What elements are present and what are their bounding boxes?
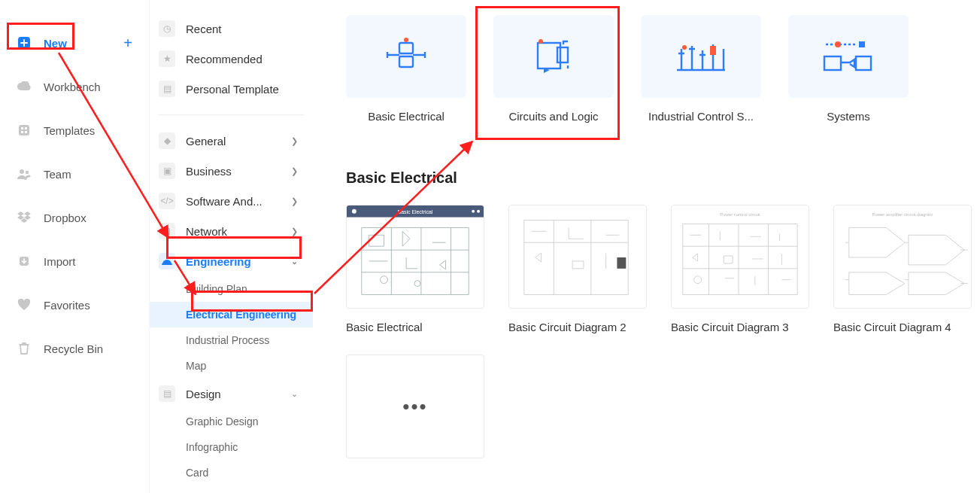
nav-item-recycle-bin[interactable]: Recycle Bin: [0, 327, 149, 370]
nav-item-favorites[interactable]: Favorites: [0, 283, 149, 327]
sub-label: Electrical Engineering: [186, 309, 296, 321]
sub-infographic[interactable]: Infographic: [150, 434, 313, 460]
nav-item-label: Workbench: [44, 81, 101, 93]
cat-business[interactable]: ▣ Business ❯: [150, 156, 313, 186]
svg-point-27: [381, 276, 388, 284]
helmet-icon: [159, 253, 175, 269]
cat-label: General: [186, 135, 226, 148]
cat-label: Engineering: [186, 255, 251, 268]
add-new-icon[interactable]: +: [123, 35, 132, 52]
svg-point-7: [26, 171, 29, 175]
svg-rect-18: [824, 56, 841, 70]
svg-point-24: [352, 209, 357, 214]
svg-rect-19: [856, 56, 871, 70]
cat-label: Recent: [186, 23, 222, 35]
grid-icon: [17, 123, 32, 138]
svg-point-31: [694, 276, 702, 284]
more-dots-icon: •••: [402, 395, 427, 418]
cat-network[interactable]: ⊞ Network ❯: [150, 216, 313, 246]
template-circuit-4[interactable]: Power amplifier circuit diagram Basic Ci…: [833, 205, 972, 333]
nav-item-label: New: [44, 37, 67, 50]
sub-building-plan[interactable]: Building Plan: [150, 276, 313, 302]
template-icon: ▤: [159, 81, 175, 97]
nav-item-team[interactable]: Team: [0, 152, 149, 196]
tag-icon: ◆: [159, 132, 175, 149]
sub-label: Graphic Design: [186, 415, 259, 428]
svg-rect-3: [25, 127, 27, 129]
svg-rect-11: [399, 56, 413, 67]
divider: [159, 114, 304, 115]
sub-label: Industrial Process: [186, 334, 269, 346]
template-thumb: [508, 205, 647, 309]
template-basic-electrical[interactable]: Basic Electrical Basic Electrical: [346, 205, 484, 333]
cat-personal-template[interactable]: ▤ Personal Template: [150, 74, 313, 104]
svg-rect-14: [557, 47, 568, 62]
svg-point-20: [835, 41, 841, 47]
cloud-icon: [17, 79, 32, 94]
nav-item-new[interactable]: New +: [0, 21, 149, 65]
industrial-control-icon: [641, 15, 761, 98]
cat-engineering[interactable]: Engineering ⌄: [150, 246, 313, 276]
cat-label: Recommended: [186, 53, 262, 65]
cat-label: Software And...: [186, 195, 262, 208]
template-thumb: Basic Electrical: [346, 205, 484, 309]
template-more[interactable]: •••: [346, 355, 484, 458]
cat-recommended[interactable]: ★ Recommended: [150, 44, 313, 74]
tile-industrial-control[interactable]: Industrial Control S...: [641, 15, 761, 123]
template-circuit-2[interactable]: Basic Circuit Diagram 2: [508, 205, 647, 333]
cat-software[interactable]: </> Software And... ❯: [150, 186, 313, 216]
svg-point-28: [414, 281, 420, 287]
main-content: Basic Electrical Circuits and Logic: [313, 0, 980, 493]
trash-icon: [17, 341, 32, 356]
code-icon: </>: [159, 193, 175, 209]
sub-map[interactable]: Map: [150, 353, 313, 379]
template-label: Basic Circuit Diagram 3: [671, 321, 809, 333]
sub-card[interactable]: Card: [150, 460, 313, 485]
sub-label: Map: [186, 360, 206, 372]
svg-point-26: [477, 210, 480, 213]
svg-text:Power amplifier circuit diagra: Power amplifier circuit diagram: [872, 212, 933, 217]
tile-circuits-logic[interactable]: Circuits and Logic: [493, 15, 614, 123]
nav-item-label: Import: [44, 255, 76, 268]
sub-uiux[interactable]: UI&UX: [150, 485, 313, 493]
cat-general[interactable]: ◆ General ❯: [150, 126, 313, 156]
tile-label: Circuits and Logic: [493, 110, 614, 123]
nav-item-label: Templates: [44, 124, 95, 137]
svg-rect-10: [399, 43, 413, 53]
template-label: Basic Circuit Diagram 2: [508, 321, 647, 333]
network-icon: ⊞: [159, 223, 175, 239]
template-label: Basic Circuit Diagram 4: [833, 321, 972, 333]
category-panel: ◷ Recent ★ Recommended ▤ Personal Templa…: [149, 0, 313, 493]
sub-industrial-process[interactable]: Industrial Process: [150, 327, 313, 353]
template-row-2: •••: [346, 355, 980, 458]
nav-item-dropbox[interactable]: Dropbox: [0, 196, 149, 239]
cat-label: Business: [186, 165, 232, 178]
nav-item-label: Team: [44, 168, 71, 181]
template-circuit-3[interactable]: Power control circuit Basic Circuit Diag…: [671, 205, 809, 333]
import-icon: [17, 254, 32, 269]
nav-item-label: Dropbox: [44, 212, 86, 224]
tile-basic-electrical[interactable]: Basic Electrical: [346, 15, 466, 123]
svg-rect-16: [710, 46, 716, 55]
heart-icon: [17, 297, 32, 312]
more-thumb: •••: [346, 355, 484, 458]
svg-rect-1: [19, 125, 29, 135]
sub-graphic-design[interactable]: Graphic Design: [150, 409, 313, 434]
nav-item-workbench[interactable]: Workbench: [0, 65, 149, 108]
tile-systems[interactable]: Systems: [788, 15, 909, 123]
svg-rect-29: [617, 257, 626, 269]
nav-item-import[interactable]: Import: [0, 239, 149, 283]
basic-electrical-icon: [346, 15, 466, 98]
template-row: Basic Electrical Basic Electrical: [346, 205, 980, 333]
svg-text:Power control circuit: Power control circuit: [720, 212, 760, 217]
people-icon: [17, 166, 32, 181]
nav-item-label: Recycle Bin: [44, 342, 103, 355]
diagram-type-row: Basic Electrical Circuits and Logic: [346, 15, 980, 123]
svg-point-12: [404, 38, 408, 42]
sub-electrical-engineering[interactable]: Electrical Engineering: [150, 302, 313, 327]
nav-item-templates[interactable]: Templates: [0, 108, 149, 152]
cat-design[interactable]: ▤ Design ⌄: [150, 379, 313, 409]
clock-icon: ◷: [159, 20, 175, 37]
svg-point-25: [472, 210, 475, 213]
cat-recent[interactable]: ◷ Recent: [150, 14, 313, 44]
